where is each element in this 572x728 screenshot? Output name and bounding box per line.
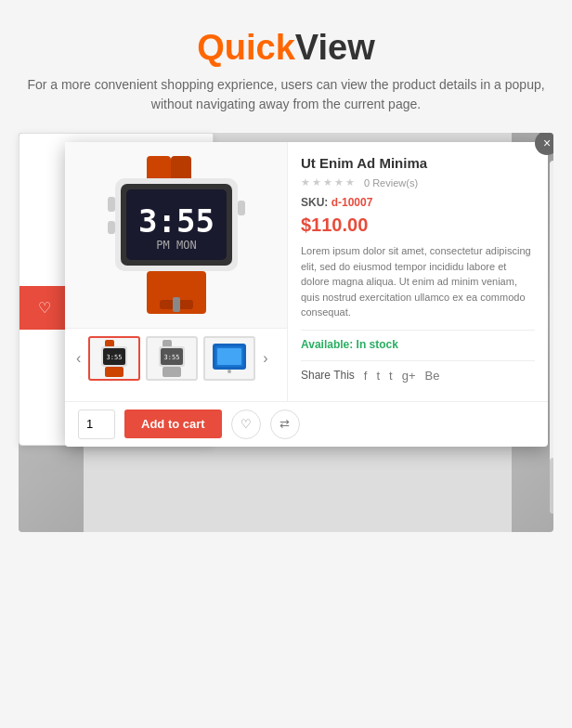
- svg-rect-39: [217, 348, 241, 365]
- header-subtitle: For a more convenient shopping exprience…: [19, 75, 553, 114]
- modal-thumbnails: ‹ 3:55: [65, 328, 287, 388]
- thumbnail-3[interactable]: [203, 336, 255, 381]
- modal-price: $110.00: [301, 214, 535, 236]
- modal-sku: SKU: d-10007: [301, 196, 535, 209]
- svg-rect-32: [162, 340, 172, 347]
- modal-rating-row: ★★★★★ 0 Review(s): [301, 176, 535, 188]
- sku-label: SKU:: [301, 196, 328, 209]
- svg-text:3:55: 3:55: [164, 354, 180, 361]
- svg-rect-23: [238, 201, 245, 215]
- availability-value: In stock: [357, 338, 398, 351]
- thumb-prev-arrow[interactable]: ‹: [74, 348, 83, 369]
- modal-description: Lorem ipsum dolor sit amet, consectetur …: [301, 243, 535, 320]
- sku-value: d-10007: [332, 196, 373, 209]
- watch-image-large: 3:55 PM MON: [93, 156, 260, 314]
- svg-rect-36: [162, 367, 181, 377]
- modal-footer-share-button[interactable]: ⇄: [270, 410, 300, 439]
- add-to-cart-modal-button[interactable]: Add to cart: [124, 410, 222, 438]
- title-quick: Quick: [197, 28, 295, 67]
- share-behance-icon[interactable]: Be: [425, 369, 440, 383]
- svg-point-40: [228, 370, 231, 373]
- modal-scrollbar-thumb: [550, 458, 553, 514]
- modal-footer: Add to cart ♡ ⇄: [65, 401, 548, 447]
- modal-main-image: 3:55 PM MON: [65, 142, 287, 328]
- page-header: QuickView For a more convenient shopping…: [19, 28, 553, 114]
- svg-rect-22: [108, 221, 115, 234]
- title-view: View: [295, 28, 375, 67]
- quickview-modal: ×: [65, 142, 548, 447]
- thumb-watch-icon-1: 3:55: [94, 340, 135, 377]
- share-tumblr-icon[interactable]: t: [376, 369, 380, 383]
- modal-product-title: Ut Enim Ad Minima: [301, 155, 535, 171]
- wishlist-btn-small[interactable]: ♡: [29, 295, 60, 320]
- svg-rect-26: [173, 297, 180, 312]
- modal-details-section: Ut Enim Ad Minima ★★★★★ 0 Review(s) SKU:…: [288, 142, 548, 401]
- thumbnail-1[interactable]: 3:55: [88, 336, 140, 381]
- share-twitter-icon[interactable]: t: [389, 369, 393, 383]
- modal-share-row: Share This f t t g+ Be: [301, 360, 535, 383]
- page-title: QuickView: [19, 28, 553, 68]
- share-facebook-icon[interactable]: f: [364, 369, 368, 383]
- main-area: 3:55 PM ♡ ⇄ 🔍: [19, 133, 553, 532]
- thumbnail-2[interactable]: 3:55: [146, 336, 198, 381]
- svg-rect-21: [108, 197, 115, 212]
- availability-label: Available:: [301, 338, 353, 351]
- quantity-input[interactable]: [78, 410, 115, 439]
- svg-rect-15: [171, 156, 191, 182]
- modal-review-count: 0 Review(s): [364, 177, 418, 188]
- modal-star-rating: ★★★★★: [301, 176, 357, 188]
- modal-body: 3:55 PM MON: [65, 142, 548, 401]
- modal-availability: Available: In stock: [301, 330, 535, 351]
- page-wrapper: QuickView For a more convenient shopping…: [0, 0, 572, 551]
- thumb-next-arrow[interactable]: ›: [261, 348, 269, 369]
- svg-rect-31: [105, 367, 124, 377]
- modal-scrollbar[interactable]: [550, 161, 553, 514]
- modal-footer-wishlist-button[interactable]: ♡: [231, 410, 261, 439]
- modal-image-section: 3:55 PM MON: [65, 142, 288, 401]
- listing-background: ×: [19, 133, 553, 532]
- thumb-tablet-icon: [209, 340, 250, 377]
- svg-text:3:55: 3:55: [107, 354, 123, 361]
- svg-text:PM MON: PM MON: [156, 239, 196, 252]
- svg-rect-14: [147, 156, 171, 182]
- svg-text:3:55: 3:55: [138, 202, 214, 240]
- thumb-watch-icon-2: 3:55: [151, 340, 192, 377]
- share-google-icon[interactable]: g+: [402, 369, 416, 383]
- share-label: Share This: [301, 369, 355, 382]
- svg-rect-27: [105, 340, 114, 347]
